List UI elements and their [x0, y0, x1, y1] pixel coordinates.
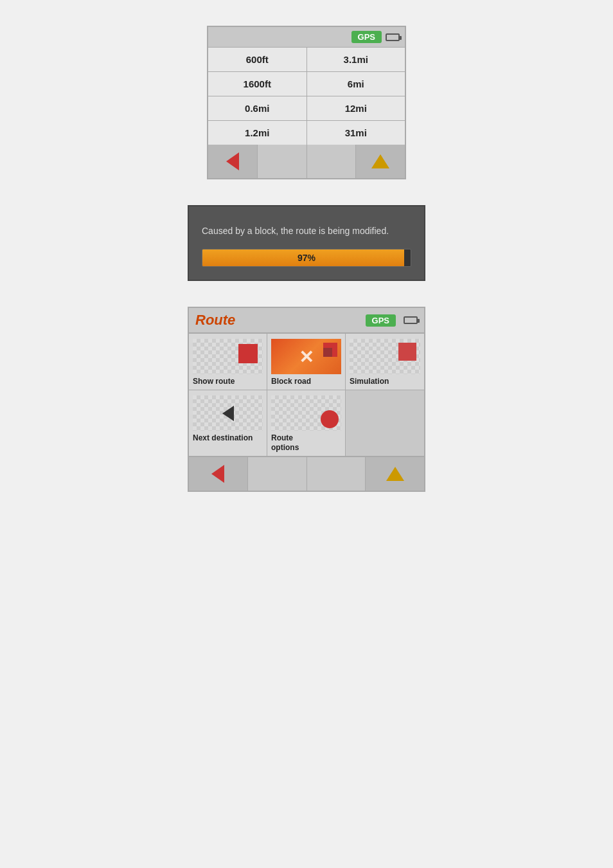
simulation-icon-area	[350, 339, 420, 374]
panel1-header: GPS	[208, 27, 405, 48]
progress-bar-container: 97%	[202, 249, 411, 267]
next-destination-button[interactable]: Next destination	[189, 390, 267, 457]
back-arrow-icon	[226, 152, 239, 170]
dist-0.6mi[interactable]: 0.6mi	[208, 96, 307, 120]
route-options-button[interactable]: Routeoptions	[267, 390, 346, 457]
show-route-label: Show route	[193, 377, 235, 386]
dist-31mi[interactable]: 31mi	[307, 121, 405, 145]
progress-label: 97%	[202, 253, 411, 263]
distance-row-3: 0.6mi 12mi	[208, 96, 405, 121]
battery-icon	[386, 33, 400, 41]
route-options-icon-area	[271, 395, 341, 431]
next-dest-icon-area	[193, 395, 263, 431]
block-road-label: Block road	[271, 377, 311, 386]
back-button[interactable]	[208, 145, 258, 178]
dist-3mi[interactable]: 3.1mi	[307, 48, 405, 71]
distance-selector-panel: GPS 600ft 3.1mi 1600ft 6mi 0.6mi 12mi 1.…	[207, 26, 406, 179]
back-arrow-icon-2	[211, 465, 224, 483]
gps-badge: GPS	[351, 31, 382, 43]
empty-menu-cell	[346, 390, 424, 457]
nav-empty-2	[307, 145, 357, 178]
route-options-icon	[271, 395, 341, 431]
route-menu-panel: Route GPS Show route Block road	[188, 307, 425, 492]
simulation-label: Simulation	[350, 377, 389, 386]
gps-badge-2: GPS	[366, 314, 396, 327]
show-route-button[interactable]: Show route	[189, 334, 267, 390]
panel1-nav	[208, 145, 405, 178]
distance-grid: 600ft 3.1mi 1600ft 6mi 0.6mi 12mi 1.2mi …	[208, 48, 405, 145]
block-road-icon-area	[271, 339, 341, 374]
dist-12mi[interactable]: 12mi	[307, 96, 405, 120]
nav-empty-1	[258, 145, 307, 178]
distance-row-4: 1.2mi 31mi	[208, 121, 405, 145]
dist-1.2mi[interactable]: 1.2mi	[208, 121, 307, 145]
dist-1600ft[interactable]: 1600ft	[208, 72, 307, 96]
panel3-header: Route GPS	[189, 308, 424, 333]
distance-row-2: 1600ft 6mi	[208, 72, 405, 96]
block-road-icon	[271, 339, 341, 374]
battery-icon-2	[404, 316, 418, 324]
header-right: GPS	[366, 314, 418, 327]
simulation-button[interactable]: Simulation	[346, 334, 424, 390]
navigate-arrow-icon	[371, 154, 389, 168]
next-dest-arrow	[222, 406, 234, 421]
loading-content: Caused by a block, the route is being mo…	[189, 206, 424, 280]
next-dest-icon	[193, 395, 263, 431]
block-road-button[interactable]: Block road	[267, 334, 346, 390]
back-button-2[interactable]	[189, 457, 248, 491]
panel3-nav	[189, 457, 424, 491]
navigate-button[interactable]	[356, 145, 405, 178]
navigate-button-2[interactable]	[366, 457, 424, 491]
loading-message: Caused by a block, the route is being mo…	[202, 226, 411, 236]
show-route-icon	[193, 339, 263, 374]
route-menu-grid: Show route Block road Simulation	[189, 333, 424, 457]
dist-6mi[interactable]: 6mi	[307, 72, 405, 96]
route-loading-panel: Caused by a block, the route is being mo…	[188, 205, 425, 281]
simulation-icon	[350, 339, 420, 374]
dist-600ft[interactable]: 600ft	[208, 48, 307, 71]
nav3-empty-1	[248, 457, 307, 491]
distance-row-1: 600ft 3.1mi	[208, 48, 405, 72]
navigate-arrow-icon-2	[386, 467, 404, 481]
nav3-empty-2	[307, 457, 366, 491]
route-options-label: Routeoptions	[271, 433, 299, 452]
show-route-icon-area	[193, 339, 263, 374]
gear-icon	[321, 410, 339, 428]
route-title: Route	[195, 312, 235, 329]
next-destination-label: Next destination	[193, 433, 253, 442]
